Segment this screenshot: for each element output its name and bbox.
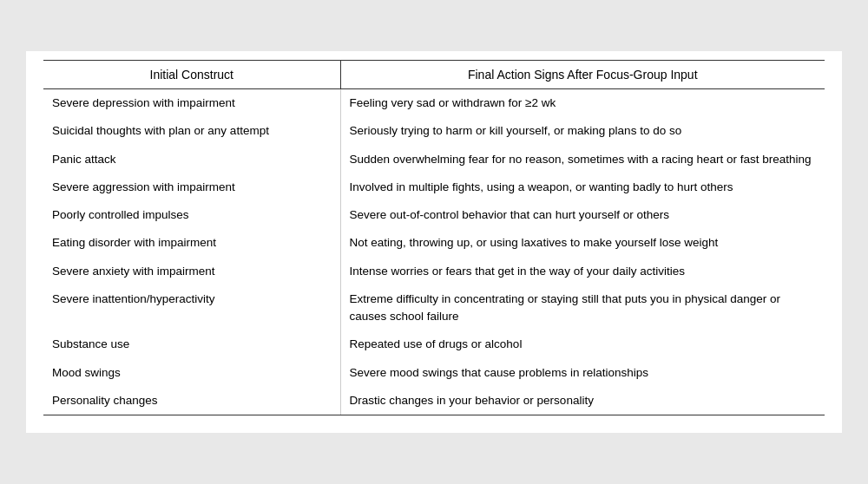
col-header-construct: Initial Construct [43, 61, 340, 89]
table-header-row: Initial Construct Final Action Signs Aft… [43, 61, 825, 89]
table-row: Mood swingsSevere mood swings that cause… [43, 359, 825, 387]
table-row: Severe anxiety with impairmentIntense wo… [43, 258, 825, 285]
table-container: Initial Construct Final Action Signs Aft… [26, 51, 842, 433]
action-sign-cell: Not eating, throwing up, or using laxati… [340, 229, 825, 257]
table-row: Severe aggression with impairmentInvolve… [43, 173, 825, 201]
action-sign-cell: Extreme difficulty in concentrating or s… [340, 285, 825, 331]
table-row: Severe inattention/hyperactivityExtreme … [43, 285, 825, 331]
construct-cell: Severe aggression with impairment [43, 173, 340, 201]
table-row: Personality changesDrastic changes in yo… [43, 387, 825, 415]
table-row: Eating disorder with impairmentNot eatin… [43, 229, 825, 257]
table-row: Substance useRepeated use of drugs or al… [43, 330, 825, 358]
construct-cell: Panic attack [43, 146, 340, 173]
action-sign-cell: Sudden overwhelming fear for no reason, … [340, 146, 825, 173]
construct-cell: Eating disorder with impairment [43, 229, 340, 257]
col-header-action-sign: Final Action Signs After Focus-Group Inp… [340, 61, 825, 89]
action-sign-cell: Drastic changes in your behavior or pers… [340, 387, 825, 415]
construct-cell: Severe anxiety with impairment [43, 258, 340, 285]
action-sign-cell: Repeated use of drugs or alcohol [340, 330, 825, 358]
table-row: Poorly controlled impulsesSevere out-of-… [43, 201, 825, 229]
table-row: Panic attackSudden overwhelming fear for… [43, 146, 825, 173]
action-sign-cell: Severe out-of-control behavior that can … [340, 201, 825, 229]
construct-cell: Personality changes [43, 387, 340, 415]
construct-cell: Severe depression with impairment [43, 89, 340, 118]
action-sign-cell: Intense worries or fears that get in the… [340, 258, 825, 285]
table-row: Severe depression with impairmentFeeling… [43, 89, 825, 118]
action-sign-cell: Involved in multiple fights, using a wea… [340, 173, 825, 201]
construct-cell: Suicidal thoughts with plan or any attem… [43, 117, 340, 145]
construct-cell: Severe inattention/hyperactivity [43, 285, 340, 331]
action-sign-cell: Feeling very sad or withdrawn for ≥2 wk [340, 89, 825, 118]
construct-cell: Substance use [43, 330, 340, 358]
action-sign-cell: Severe mood swings that cause problems i… [340, 359, 825, 387]
constructs-table: Initial Construct Final Action Signs Aft… [43, 60, 825, 415]
construct-cell: Poorly controlled impulses [43, 201, 340, 229]
table-row: Suicidal thoughts with plan or any attem… [43, 117, 825, 145]
action-sign-cell: Seriously trying to harm or kill yoursel… [340, 117, 825, 145]
construct-cell: Mood swings [43, 359, 340, 387]
